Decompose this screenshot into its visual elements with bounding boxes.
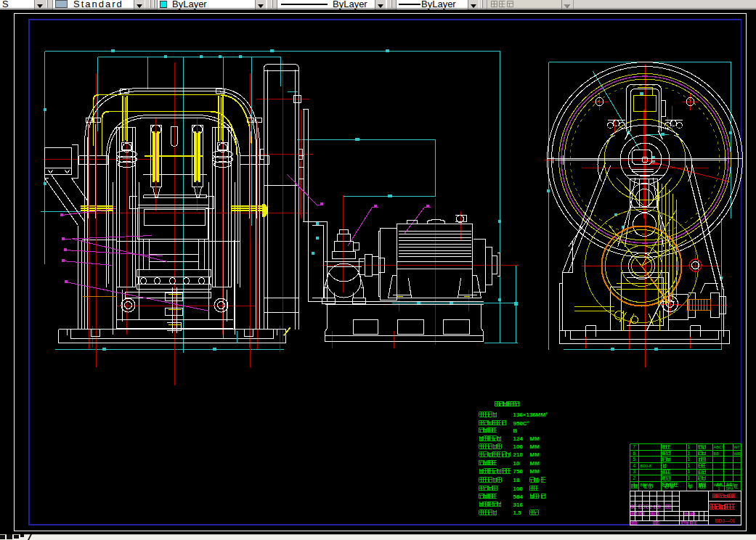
svg-text:1: 1 [688, 469, 691, 474]
svg-text:1: 1 [688, 444, 691, 449]
svg-text:100: 100 [513, 486, 524, 492]
svg-text:316: 316 [513, 502, 524, 508]
svg-text:584: 584 [513, 494, 524, 500]
svg-text:100: 100 [513, 443, 524, 450]
svg-text:1-1: 1-1 [727, 482, 732, 486]
svg-text:210: 210 [513, 451, 524, 458]
svg-text:4: 4 [633, 463, 636, 468]
svg-text:1: 1 [718, 486, 720, 491]
svg-text:BB: BB [714, 451, 720, 456]
svg-text:950C°: 950C° [513, 420, 529, 427]
svg-text:WR: WR [734, 451, 741, 456]
svg-text:MM: MM [530, 468, 540, 475]
svg-text:18: 18 [513, 477, 520, 483]
svg-text:ABC7: ABC7 [714, 445, 724, 449]
svg-text:124: 124 [513, 435, 524, 442]
svg-text:1: 1 [688, 475, 691, 480]
svg-text:BDJ—01: BDJ—01 [715, 518, 736, 523]
svg-text:SPd: SPd [726, 486, 733, 491]
svg-text:6: 6 [633, 451, 636, 456]
svg-text:4-4: 4-4 [717, 482, 722, 486]
svg-text:BDJ-8: BDJ-8 [641, 464, 651, 468]
svg-text:1: 1 [688, 457, 691, 462]
svg-text:136×136MM²: 136×136MM² [513, 412, 548, 418]
svg-text:1: 1 [688, 451, 691, 456]
svg-text:5: 5 [633, 457, 636, 462]
svg-text:B: B [513, 428, 518, 434]
svg-text:MM: MM [530, 451, 540, 458]
svg-text:3: 3 [633, 469, 636, 474]
svg-text:7: 7 [633, 444, 636, 449]
svg-text:2: 2 [633, 475, 636, 480]
svg-text:750: 750 [513, 468, 524, 475]
svg-text:MM: MM [530, 443, 540, 450]
svg-text:1.5: 1.5 [513, 510, 522, 516]
svg-text:WT: WT [734, 445, 741, 449]
svg-text:10: 10 [513, 460, 520, 467]
svg-text:MM: MM [530, 460, 540, 467]
svg-text:MM: MM [530, 435, 540, 442]
svg-text:1: 1 [688, 463, 691, 468]
